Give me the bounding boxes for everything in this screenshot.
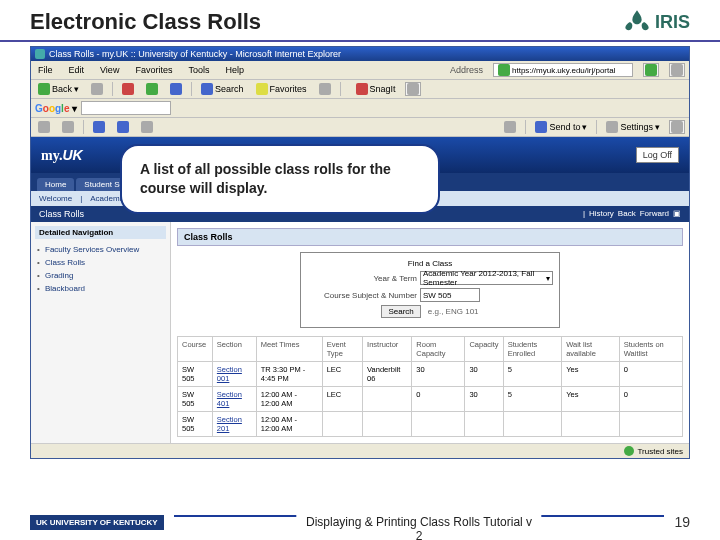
cell-wlcount: 0 <box>619 362 682 387</box>
cell-etype <box>322 412 362 437</box>
window-icon <box>407 83 419 95</box>
maximize-icon[interactable]: ▣ <box>673 209 681 219</box>
settings-button[interactable]: Settings ▾ <box>603 120 663 134</box>
cell-course: SW 505 <box>178 387 213 412</box>
sendto-button[interactable]: Send to ▾ <box>532 120 590 134</box>
address-label: Address <box>450 65 483 75</box>
search-button[interactable]: Search <box>198 82 247 96</box>
forward-button[interactable] <box>88 82 106 96</box>
th-wl-avail: Wait list available <box>562 337 620 362</box>
menu-file[interactable]: File <box>35 64 56 76</box>
trusted-icon <box>624 446 634 456</box>
tb-btn-1[interactable] <box>35 120 53 134</box>
nav-faculty-overview[interactable]: Faculty Services Overview <box>35 243 166 256</box>
th-course: Course <box>178 337 213 362</box>
snagit-button[interactable]: SnagIt <box>353 82 399 96</box>
example-text: e.g., ENG 101 <box>428 307 479 316</box>
browser-menubar: File Edit View Favorites Tools Help Addr… <box>31 61 689 80</box>
year-term-select[interactable]: Academic Year 2012-2013, Fall Semester ▾ <box>420 271 553 285</box>
cell-roomcap: 0 <box>412 387 465 412</box>
find-class-heading: Find a Class <box>307 259 553 268</box>
browser-status-bar: Trusted sites <box>31 443 689 458</box>
main-panel: Class Rolls Find a Class Year & Term Aca… <box>171 222 689 443</box>
cell-wlavail <box>562 412 620 437</box>
refresh-button[interactable] <box>143 82 161 96</box>
cell-enr <box>503 412 562 437</box>
cell-course: SW 505 <box>178 362 213 387</box>
back-button[interactable]: Back ▾ <box>35 82 82 96</box>
callout-bubble: A list of all possible class rolls for t… <box>120 144 440 214</box>
ie-icon <box>35 49 45 59</box>
th-instructor: Instructor <box>363 337 412 362</box>
address-bar[interactable]: https://myuk.uky.edu/irj/portal <box>493 63 633 77</box>
cell-instr <box>363 387 412 412</box>
nav-grading[interactable]: Grading <box>35 269 166 282</box>
browser-window: Class Rolls - my.UK :: University of Ken… <box>30 46 690 459</box>
cell-cap: 30 <box>465 362 503 387</box>
cell-section[interactable]: Section 001 <box>212 362 256 387</box>
th-meet: Meet Times <box>256 337 322 362</box>
page-number: 19 <box>674 514 690 530</box>
cell-wlcount: 0 <box>619 387 682 412</box>
table-row: SW 505Section 001TR 3:30 PM - 4:45 PMLEC… <box>178 362 683 387</box>
chevron-down-icon: ▾ <box>546 274 550 283</box>
star-icon <box>256 83 268 95</box>
google-logo: Google ▾ <box>35 103 77 114</box>
cell-enr: 5 <box>503 362 562 387</box>
favorites-button[interactable]: Favorites <box>253 82 310 96</box>
tb-btn-4[interactable] <box>114 120 132 134</box>
panel-title: Class Rolls <box>177 228 683 246</box>
search-button[interactable]: Search <box>381 305 420 318</box>
tb-btn-3[interactable] <box>90 120 108 134</box>
class-rolls-table: Course Section Meet Times Event Type Ins… <box>177 336 683 437</box>
links-button[interactable] <box>669 63 685 77</box>
subnav-welcome[interactable]: Welcome <box>39 194 72 203</box>
course-label: Course Subject & Number <box>307 291 417 300</box>
cell-section[interactable]: Section 401 <box>212 387 256 412</box>
logoff-button[interactable]: Log Off <box>636 147 679 163</box>
detailed-nav-title: Detailed Navigation <box>35 226 166 239</box>
table-row: SW 505Section 20112:00 AM - 12:00 AM <box>178 412 683 437</box>
nav-class-rolls[interactable]: Class Rolls <box>35 256 166 269</box>
th-enrolled: Students Enrolled <box>503 337 562 362</box>
th-cap: Capacity <box>465 337 503 362</box>
cell-roomcap <box>412 412 465 437</box>
home-button[interactable] <box>167 82 185 96</box>
browser-nav-toolbar: Back ▾ Search Favorites SnagIt <box>31 80 689 99</box>
slide-title: Electronic Class Rolls <box>30 9 261 35</box>
tab-home[interactable]: Home <box>37 178 74 191</box>
menu-edit[interactable]: Edit <box>66 64 88 76</box>
menu-help[interactable]: Help <box>222 64 247 76</box>
cell-cap: 30 <box>465 387 503 412</box>
history-button[interactable] <box>316 82 334 96</box>
print-button[interactable] <box>669 120 685 134</box>
sendto-icon <box>535 121 547 133</box>
back-icon <box>38 83 50 95</box>
course-input[interactable] <box>420 288 480 302</box>
th-event: Event Type <box>322 337 362 362</box>
footer-text: Displaying & Printing Class Rolls Tutori… <box>296 515 541 540</box>
go-button[interactable] <box>643 63 659 77</box>
tb-btn-5[interactable] <box>138 120 156 134</box>
cell-section[interactable]: Section 201 <box>212 412 256 437</box>
tb-btn-6[interactable] <box>501 120 519 134</box>
search-icon <box>201 83 213 95</box>
iris-flower-icon <box>623 8 651 36</box>
snagit-window-button[interactable] <box>405 82 421 96</box>
go-icon <box>645 64 657 76</box>
page-icon <box>498 64 510 76</box>
menu-view[interactable]: View <box>97 64 122 76</box>
menu-favorites[interactable]: Favorites <box>132 64 175 76</box>
uk-badge: UK UNIVERSITY OF KENTUCKY <box>30 515 164 530</box>
history-forward[interactable]: Forward <box>640 209 669 219</box>
nav-blackboard[interactable]: Blackboard <box>35 282 166 295</box>
google-search-input[interactable] <box>81 101 171 115</box>
tb-btn-2[interactable] <box>59 120 77 134</box>
window-titlebar: Class Rolls - my.UK :: University of Ken… <box>31 47 689 61</box>
history-back[interactable]: Back <box>618 209 636 219</box>
stop-button[interactable] <box>119 82 137 96</box>
extra-toolbar: Send to ▾ Settings ▾ <box>31 118 689 137</box>
year-term-label: Year & Term <box>307 274 417 283</box>
menu-tools[interactable]: Tools <box>185 64 212 76</box>
history-link[interactable]: History <box>589 209 614 219</box>
